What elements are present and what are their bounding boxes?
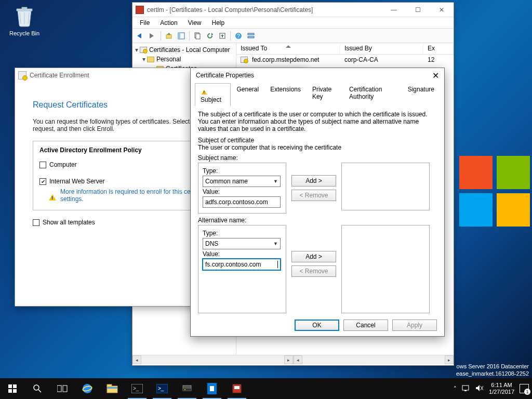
menu-help[interactable]: Help [207, 18, 230, 28]
tab-cert-authority[interactable]: Certification Authority [343, 83, 402, 107]
build-watermark: ows Server 2016 Datacenterease_inmarket.… [456, 363, 529, 377]
recycle-bin-icon [12, 4, 36, 28]
task-view-button[interactable] [50, 378, 75, 399]
svg-text:>_: >_ [133, 385, 139, 391]
svg-rect-13 [63, 385, 67, 392]
alt-remove-button[interactable]: < Remove [291, 265, 336, 277]
close-icon[interactable]: ✕ [432, 71, 439, 81]
subject-value-input[interactable]: adfs.corp.contoso.com [203, 196, 281, 208]
col-issued-to[interactable]: Issued To [236, 43, 340, 54]
recycle-bin[interactable]: Recycle Bin [6, 4, 43, 36]
minimize-button[interactable]: — [382, 3, 406, 17]
subject-subheading: The user or computer that is receiving t… [198, 144, 437, 151]
help-button[interactable]: ? [233, 30, 244, 42]
system-tray[interactable]: ˄ 6:11 AM1/27/2017 [454, 382, 532, 395]
list-hscroll[interactable]: ◂▸ [294, 355, 454, 364]
ok-button[interactable]: OK [295, 320, 339, 331]
tray-clock[interactable]: 6:11 AM1/27/2017 [489, 382, 514, 395]
taskbar-app-blue[interactable] [200, 378, 224, 399]
props-tabs: Subject General Extensions Private Key C… [195, 83, 440, 107]
tree-hscroll[interactable]: ◂▸ [132, 355, 294, 364]
col-issued-by[interactable]: Issued By [340, 43, 423, 54]
recycle-bin-label: Recycle Bin [6, 30, 43, 36]
svg-rect-9 [248, 36, 254, 38]
menu-file[interactable]: File [135, 18, 155, 28]
props-title: Certificate Properties [196, 72, 254, 79]
mmc-app-icon [136, 6, 144, 14]
search-button[interactable] [25, 378, 50, 399]
tree-root[interactable]: Certificates - Local Computer [149, 46, 230, 54]
taskbar-server-manager[interactable] [175, 378, 200, 399]
start-button[interactable] [0, 378, 25, 399]
list-header[interactable]: Issued To Issued By Ex [236, 43, 454, 55]
cert-properties-dialog: Certificate Properties ✕ Subject General… [190, 68, 445, 337]
show-all-label: Show all templates [43, 219, 95, 226]
tray-chevron-icon[interactable]: ˄ [454, 385, 457, 392]
svg-rect-2 [178, 33, 180, 39]
mmc-title: certlm - [Certificates - Local Computer\… [147, 6, 382, 14]
close-button[interactable]: ✕ [430, 3, 454, 17]
mmc-toolbar: ? [132, 29, 454, 43]
tray-network-icon[interactable] [462, 384, 470, 393]
subject-remove-button[interactable]: < Remove [291, 190, 336, 201]
subject-type-select[interactable]: Common name▼ [203, 176, 281, 187]
tray-volume-icon[interactable] [475, 384, 484, 393]
alt-add-button[interactable]: Add > [291, 251, 336, 262]
internal-web-checkbox[interactable]: ✔ [39, 178, 46, 185]
subject-name-panel: Type: Common name▼ Value: adfs.corp.cont… [198, 163, 286, 214]
export-list-button[interactable] [217, 30, 228, 42]
cancel-button[interactable]: Cancel [343, 320, 388, 331]
tab-private-key[interactable]: Private Key [307, 83, 343, 107]
alt-value-input[interactable]: fs.corp.contoso.com [203, 259, 281, 270]
forward-button[interactable] [147, 30, 158, 42]
subject-values-list[interactable] [341, 163, 430, 210]
action-center-icon[interactable] [520, 384, 529, 393]
mmc-titlebar[interactable]: certlm - [Certificates - Local Computer\… [132, 3, 454, 17]
taskbar-powershell[interactable]: >_ [150, 378, 175, 399]
alt-name-label: Alternative name: [198, 217, 437, 224]
subject-heading: Subject of certificate [198, 137, 437, 144]
svg-rect-29 [234, 386, 240, 389]
svg-rect-30 [462, 385, 469, 390]
cert-enroll-icon [18, 71, 26, 79]
type-label: Type: [203, 230, 282, 237]
col-expiration[interactable]: Ex [423, 43, 454, 54]
cert-icon [241, 57, 248, 63]
taskbar-certlm[interactable] [224, 378, 249, 399]
maximize-button[interactable]: ☐ [406, 3, 430, 17]
svg-rect-24 [183, 389, 191, 391]
svg-point-14 [83, 384, 92, 393]
taskbar-ie[interactable] [75, 378, 100, 399]
alt-name-panel: Type: DNS▼ Value: fs.corp.contoso.com [198, 225, 286, 313]
tab-signature[interactable]: Signature [402, 83, 440, 107]
subject-add-button[interactable]: Add > [291, 175, 336, 187]
back-button[interactable] [135, 30, 146, 42]
show-all-checkbox[interactable] [33, 219, 39, 226]
folder-icon [147, 57, 154, 62]
svg-rect-8 [248, 33, 254, 35]
tree-personal[interactable]: Personal [156, 56, 181, 63]
copy-button[interactable] [192, 30, 203, 42]
apply-button[interactable]: Apply [392, 320, 437, 331]
options-button[interactable] [245, 30, 257, 42]
taskbar-cmd[interactable]: >_ [125, 378, 150, 399]
alt-type-select[interactable]: DNS▼ [203, 238, 281, 249]
tab-subject[interactable]: Subject [195, 83, 231, 107]
table-row[interactable]: fed.corp.mstepdemo.net corp-CA-CA 12 [236, 55, 454, 65]
alt-values-list[interactable] [341, 225, 430, 313]
props-titlebar[interactable]: Certificate Properties ✕ [191, 68, 444, 83]
up-button[interactable] [163, 30, 175, 42]
taskbar: >_ >_ ˄ 6:11 AM1/27/2017 [0, 378, 532, 399]
svg-rect-18 [107, 387, 117, 389]
svg-rect-16 [107, 386, 117, 393]
value-label: Value: [203, 188, 282, 195]
tab-general[interactable]: General [231, 83, 264, 107]
refresh-button[interactable] [204, 30, 216, 42]
tab-extensions[interactable]: Extensions [264, 83, 307, 107]
menu-view[interactable]: View [183, 18, 207, 28]
menu-action[interactable]: Action [155, 18, 182, 28]
subject-name-label: Subject name: [198, 154, 437, 162]
show-hide-tree-button[interactable] [176, 30, 187, 42]
taskbar-explorer[interactable] [100, 378, 125, 399]
computer-checkbox[interactable] [39, 162, 46, 168]
